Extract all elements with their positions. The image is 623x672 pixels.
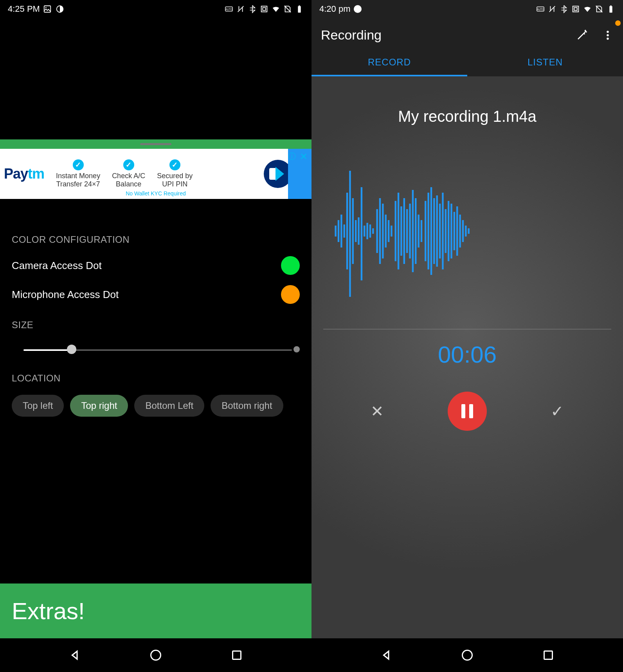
preview-area (0, 18, 312, 139)
image-icon (43, 5, 52, 13)
pause-button[interactable] (448, 392, 487, 431)
svg-rect-53 (439, 204, 441, 258)
status-icons: AUTO (225, 5, 304, 13)
location-chips: Top left Top right Bottom Left Bottom ri… (12, 395, 300, 417)
svg-rect-63 (468, 228, 469, 234)
svg-rect-62 (465, 226, 466, 237)
recording-indicator-icon (354, 5, 362, 13)
svg-rect-22 (346, 193, 348, 269)
svg-rect-27 (361, 187, 362, 280)
svg-rect-24 (352, 198, 354, 264)
svg-rect-52 (436, 195, 438, 267)
mic-dot-label: Microphone Access Dot (12, 289, 119, 301)
svg-rect-13 (609, 6, 612, 13)
svg-rect-48 (425, 201, 426, 261)
clock: 4:25 PM (8, 4, 40, 14)
mic-dot-color[interactable] (281, 285, 300, 304)
ad-feature-1: Instant MoneyTransfer 24×7 (56, 159, 100, 188)
chip-bottom-left[interactable]: Bottom Left (134, 395, 204, 417)
waveform (323, 149, 611, 313)
nav-home[interactable] (461, 649, 473, 661)
bluetooth-icon (560, 5, 568, 13)
ad-banner[interactable]: Paytm Instant MoneyTransfer 24×7 Check A… (0, 149, 312, 199)
svg-rect-26 (358, 217, 359, 245)
svg-point-17 (607, 38, 609, 40)
cancel-button[interactable]: ✕ (371, 402, 384, 420)
ad-info-icon[interactable]: ⓘ (288, 151, 296, 162)
svg-text:AUTO: AUTO (225, 8, 232, 11)
svg-rect-58 (454, 212, 455, 250)
status-icons: AUTO (536, 5, 615, 13)
svg-rect-29 (366, 223, 368, 239)
nav-bar (312, 638, 623, 672)
camera-dot-color[interactable] (281, 256, 300, 275)
tab-listen[interactable]: LISTEN (467, 48, 623, 76)
svg-point-15 (607, 31, 609, 33)
battery-icon (607, 5, 615, 13)
auto-icon: AUTO (225, 5, 233, 13)
recording-time: 00:06 (323, 341, 611, 368)
svg-point-1 (45, 7, 47, 8)
data-off-icon (548, 5, 556, 13)
nav-recent[interactable] (231, 649, 243, 661)
svg-rect-28 (364, 226, 365, 237)
svg-rect-31 (372, 228, 374, 234)
mic-dot-row[interactable]: Microphone Access Dot (12, 285, 300, 304)
ad-feature-3: Secured byUPI PIN (157, 159, 193, 188)
svg-rect-44 (412, 190, 414, 272)
svg-rect-34 (382, 204, 384, 258)
svg-rect-55 (445, 209, 447, 253)
svg-rect-32 (376, 209, 378, 253)
nav-recent[interactable] (542, 649, 554, 661)
svg-rect-36 (388, 220, 389, 242)
drag-handle[interactable] (0, 139, 312, 149)
svg-rect-25 (355, 220, 357, 242)
recording-filename: My recording 1.m4a (323, 108, 611, 125)
more-icon[interactable] (602, 29, 614, 41)
svg-rect-14 (610, 5, 612, 6)
confirm-button[interactable]: ✓ (551, 402, 564, 420)
svg-rect-46 (418, 215, 419, 247)
svg-rect-49 (427, 193, 429, 269)
app-bar: Recording RECORD LISTEN (312, 18, 623, 76)
nav-back[interactable] (69, 649, 81, 661)
svg-rect-60 (459, 215, 461, 247)
svg-rect-5 (261, 6, 267, 12)
extras-button[interactable]: Extras! (0, 583, 312, 638)
mic-access-dot (615, 20, 621, 26)
svg-rect-8 (299, 5, 300, 6)
svg-rect-6 (263, 7, 265, 10)
chip-bottom-right[interactable]: Bottom right (211, 395, 283, 417)
svg-rect-38 (395, 201, 396, 261)
chip-top-left[interactable]: Top left (12, 395, 64, 417)
svg-rect-0 (44, 6, 51, 13)
nfc-icon (260, 5, 268, 13)
camera-dot-row[interactable]: Camera Access Dot (12, 256, 300, 275)
ad-footnote: No Wallet KYC Required (126, 190, 186, 197)
svg-rect-56 (448, 201, 449, 261)
nav-back[interactable] (381, 649, 393, 661)
status-bar: 4:20 pm AUTO (312, 0, 623, 18)
svg-rect-23 (349, 171, 351, 297)
svg-rect-50 (430, 187, 432, 275)
svg-text:AUTO: AUTO (537, 8, 544, 11)
ad-feature-2: Check A/CBalance (112, 159, 145, 188)
svg-point-16 (607, 34, 609, 36)
nav-home[interactable] (150, 649, 162, 661)
chip-top-right[interactable]: Top right (70, 395, 128, 417)
svg-rect-30 (369, 224, 371, 238)
size-slider[interactable] (23, 341, 292, 357)
ad-logo: Paytm (4, 166, 44, 182)
svg-rect-19 (338, 220, 339, 242)
svg-rect-39 (398, 193, 399, 269)
svg-rect-37 (391, 226, 392, 237)
wifi-icon (583, 5, 592, 13)
svg-rect-47 (421, 220, 422, 242)
ad-close-icon[interactable]: ✕ (300, 151, 308, 162)
nfc-icon (571, 5, 580, 13)
svg-rect-33 (379, 198, 381, 264)
divider (323, 329, 611, 329)
tab-record[interactable]: RECORD (312, 48, 467, 76)
svg-rect-59 (456, 206, 458, 256)
magic-wand-icon[interactable] (576, 29, 588, 41)
